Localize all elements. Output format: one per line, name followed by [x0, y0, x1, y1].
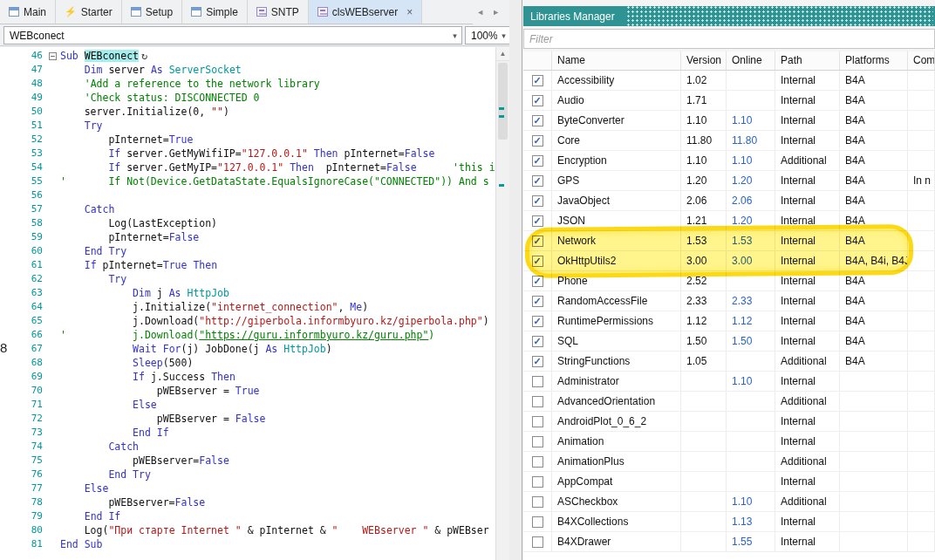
library-row-ascheckbox[interactable]: ASCheckbox1.10Additional	[523, 492, 935, 512]
tab-label: SNTP	[271, 6, 299, 18]
library-row-animation[interactable]: AnimationInternal	[523, 432, 935, 452]
code-line-52: 52 pInternet=True	[0, 133, 495, 147]
code-editor[interactable]: 46−Sub WEBconect↻47 Dim server As Server…	[0, 47, 509, 560]
library-checkbox[interactable]: ✓	[532, 115, 543, 126]
library-online	[727, 472, 775, 491]
library-row-byteconverter[interactable]: ✓ByteConverter1.101.10InternalB4A	[523, 111, 935, 131]
library-checkbox[interactable]	[532, 396, 543, 407]
library-row-advancedorientation[interactable]: AdvancedOrientationAdditional	[523, 392, 935, 412]
library-checkbox[interactable]	[532, 376, 543, 387]
library-checkbox-cell	[523, 412, 552, 431]
library-checkbox[interactable]: ✓	[532, 155, 543, 167]
library-row-accessibility[interactable]: ✓Accessibility1.02InternalB4A	[523, 71, 935, 91]
library-checkbox[interactable]: ✓	[532, 356, 543, 367]
library-checkbox-cell	[523, 432, 552, 451]
code-segment: & pWEBser	[428, 524, 488, 536]
library-comment	[908, 251, 935, 270]
library-checkbox[interactable]	[532, 416, 543, 427]
library-checkbox[interactable]: ✓	[532, 175, 543, 187]
library-version: 1.53	[681, 231, 727, 250]
library-checkbox[interactable]: ✓	[532, 95, 543, 106]
column-header-online[interactable]: Online	[727, 51, 775, 70]
library-checkbox[interactable]	[532, 436, 543, 447]
line-number: 63	[0, 286, 49, 300]
library-checkbox[interactable]: ✓	[532, 75, 543, 86]
library-checkbox[interactable]	[532, 496, 543, 508]
library-checkbox[interactable]	[532, 516, 543, 528]
line-number: 81	[0, 537, 49, 551]
library-checkbox[interactable]: ✓	[532, 236, 543, 247]
column-header-com[interactable]: Com	[908, 51, 935, 70]
code-segment: "https://guru.informbyuro.kz/guru.php"	[199, 329, 428, 341]
pane-splitter[interactable]	[509, 0, 522, 560]
code-segment: Me	[350, 301, 362, 313]
library-checkbox[interactable]: ✓	[532, 336, 543, 347]
library-checkbox[interactable]	[532, 456, 543, 468]
library-row-b4xdrawer[interactable]: B4XDrawer1.55Internal	[523, 532, 935, 552]
tab-sntp[interactable]: SNTP	[248, 0, 309, 24]
code-line-63: 63 Dim j As HttpJob	[0, 286, 495, 300]
library-row-okhttputils2[interactable]: ✓OkHttpUtils23.003.00InternalB4A, B4i, B…	[523, 251, 935, 271]
scrollbar-thumb[interactable]	[498, 63, 508, 140]
code-line-56: 56	[0, 188, 495, 202]
library-checkbox[interactable]: ✓	[532, 215, 543, 227]
column-header-path[interactable]: Path	[775, 51, 840, 70]
library-checkbox[interactable]: ✓	[532, 135, 543, 147]
library-row-sql[interactable]: ✓SQL1.501.50InternalB4A	[523, 331, 935, 352]
tab-setup[interactable]: Setup	[122, 0, 182, 24]
library-row-audio[interactable]: ✓Audio1.71InternalB4A	[523, 91, 935, 111]
library-checkbox[interactable]: ✓	[532, 316, 543, 327]
library-row-administrator[interactable]: Administrator1.10Internal	[523, 372, 935, 392]
tab-main[interactable]: Main	[0, 0, 56, 24]
module-icon	[256, 7, 267, 17]
library-row-network[interactable]: ✓Network1.531.53InternalB4A	[523, 231, 935, 251]
library-row-runtimepermissions[interactable]: ✓RuntimePermissions1.121.12InternalB4A	[523, 311, 935, 331]
tab-scroll-right-icon[interactable]: ►	[492, 8, 500, 17]
library-name: Network	[552, 231, 681, 250]
library-row-json[interactable]: ✓JSON1.211.20InternalB4A	[523, 211, 935, 231]
scroll-up-icon[interactable]: ▲	[496, 47, 509, 61]
column-header-version[interactable]: Version	[681, 51, 727, 70]
column-header-platforms[interactable]: Platforms	[840, 51, 908, 70]
library-row-animationplus[interactable]: AnimationPlusAdditional	[523, 452, 935, 472]
library-row-javaobject[interactable]: ✓JavaObject2.062.06InternalB4A	[523, 191, 935, 211]
code-segment: If	[108, 161, 120, 174]
library-checkbox-cell	[523, 392, 552, 411]
library-checkbox[interactable]	[532, 536, 543, 548]
editor-tabbar: Main⚡StarterSetupSimpleSNTPclsWEBserver×	[0, 0, 522, 24]
library-comment	[908, 271, 935, 290]
library-row-gps[interactable]: ✓GPS1.201.20InternalB4AIn n	[523, 171, 935, 191]
library-row-phone[interactable]: ✓Phone2.52InternalB4A	[523, 271, 935, 291]
libraries-manager-titlebar[interactable]: Libraries Manager	[523, 6, 935, 26]
library-filter-input[interactable]	[523, 29, 935, 49]
library-row-core[interactable]: ✓Core11.8011.80InternalB4A	[523, 131, 935, 151]
tab-scroll-left-icon[interactable]: ◄	[476, 8, 484, 17]
library-row-stringfunctions[interactable]: ✓StringFunctions1.05AdditionalB4A	[523, 352, 935, 372]
code-text: pWEBserver = False	[60, 412, 265, 426]
zoom-dropdown[interactable]: 100% ▾	[465, 26, 511, 44]
tab-label: clsWEBserver	[332, 6, 398, 18]
close-tab-icon[interactable]: ×	[406, 7, 413, 17]
tab-starter[interactable]: ⚡Starter	[56, 0, 122, 24]
library-row-encryption[interactable]: ✓Encryption1.101.10AdditionalB4A	[523, 151, 935, 171]
code-segment: 'Check status: DISCONNECTED 0	[85, 92, 260, 104]
library-checkbox[interactable]: ✓	[532, 195, 543, 207]
editor-scrollbar[interactable]: ▲	[495, 47, 509, 560]
library-row-randomaccessfile[interactable]: ✓RandomAccessFile2.332.33InternalB4A	[523, 291, 935, 311]
fold-collapse-icon[interactable]: −	[49, 52, 57, 60]
column-header-name[interactable]: Name	[552, 51, 681, 70]
tab-clswebserver[interactable]: clsWEBserver×	[309, 0, 422, 24]
library-row-b4xcollections[interactable]: B4XCollections1.13Internal	[523, 512, 935, 532]
library-checkbox[interactable]: ✓	[532, 276, 543, 287]
library-row-androidplot_0_6_2[interactable]: AndroidPlot_0_6_2Internal	[523, 412, 935, 432]
code-line-53: 53 If server.GetMyWifiIP="127.0.0.1" The…	[0, 147, 495, 160]
library-checkbox[interactable]	[532, 476, 543, 488]
library-checkbox[interactable]: ✓	[532, 256, 543, 267]
code-segment: 'this i	[453, 161, 495, 174]
library-row-appcompat[interactable]: AppCompatInternal	[523, 472, 935, 492]
line-number: 80	[0, 523, 49, 537]
member-dropdown[interactable]: WEBconect ▾	[3, 26, 462, 44]
tab-simple[interactable]: Simple	[182, 0, 248, 24]
library-checkbox[interactable]: ✓	[532, 296, 543, 307]
library-version: 1.20	[681, 171, 727, 190]
